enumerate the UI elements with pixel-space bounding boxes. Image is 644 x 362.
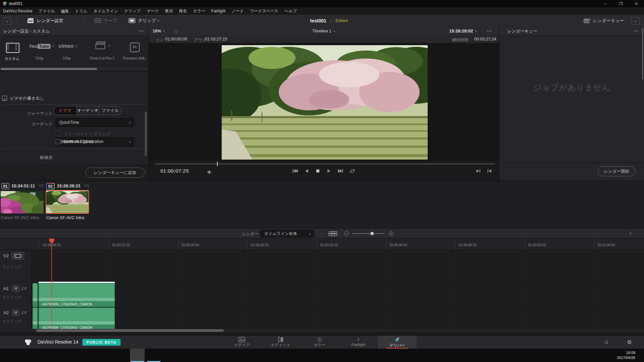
menu-fairlight[interactable]: Fairlight <box>208 8 229 15</box>
collapse-right-panel-button[interactable]: ∨ <box>631 17 640 25</box>
menu-workspace[interactable]: ワークスペース <box>247 8 281 15</box>
tab-file[interactable]: ファイル <box>99 106 121 115</box>
timeline-lanes[interactable] <box>32 250 644 332</box>
track-v2-name[interactable]: V2 <box>3 253 9 258</box>
queue-options-icon[interactable]: ••• <box>634 27 639 35</box>
collapse-panel-button[interactable]: ∨ <box>3 17 11 25</box>
zoom-out-button[interactable]: − <box>344 231 349 236</box>
start-render-button[interactable]: レンダー開始 <box>598 166 635 176</box>
timeline-selector[interactable]: Timeline 1 ∨ <box>149 27 499 35</box>
render-range-select[interactable]: タイムライン全体 ∨ <box>261 230 314 237</box>
settings-scrollbar-thumb[interactable] <box>145 112 147 156</box>
audio-clip-a2-sliver[interactable] <box>32 307 38 331</box>
preset-youtube[interactable]: You Tube ∨ <box>29 43 54 49</box>
track-a1-level: 2.0 <box>21 286 26 290</box>
format-select[interactable]: QuickTime ∨ <box>56 118 134 127</box>
page-tab-color[interactable]: カラー <box>300 336 339 349</box>
menu-edit[interactable]: 編集 <box>58 8 72 15</box>
goto-start-icon[interactable] <box>292 169 298 173</box>
page-tab-media[interactable]: メディア <box>222 336 261 349</box>
menu-color[interactable]: カラー <box>190 8 208 15</box>
current-timecode: 01:00:07:25 <box>160 168 189 174</box>
home-icon[interactable]: ⌂ <box>605 339 608 345</box>
add-to-render-queue-button[interactable]: レンダーキューに追加 <box>85 168 145 178</box>
taskbar-clock[interactable]: 16:08 2017/04/26 <box>602 350 635 360</box>
timeline-ruler[interactable]: 01:00:06:20 01:00:13:10 01:00:20:00 01:0… <box>0 239 644 250</box>
track-a1-mute-button[interactable]: M <box>12 285 19 292</box>
render-clips-strip: 01 15:34:51:11 V1 Canon XF-AVC Intra 02 … <box>0 181 644 228</box>
minimize-button[interactable]: ─ <box>598 0 613 7</box>
play-to-out-icon[interactable] <box>476 169 481 173</box>
clip1-thumbnail[interactable] <box>1 191 44 213</box>
play-icon[interactable] <box>327 169 331 173</box>
timeline-playhead-line[interactable] <box>51 243 52 332</box>
tab-video[interactable]: ビデオ <box>54 106 76 115</box>
page-tab-deliver[interactable]: デリバー <box>378 336 417 349</box>
panel-options-icon[interactable]: ••• <box>139 27 144 35</box>
goto-end-icon[interactable] <box>338 169 343 173</box>
zoom-slider-handle[interactable] <box>370 232 374 235</box>
settings-gear-icon[interactable]: ⚙ <box>627 339 632 345</box>
export-video-checkbox[interactable]: ✓ <box>2 96 7 101</box>
timeline-hscrollbar-track[interactable] <box>32 329 644 332</box>
track-v2-autoselect-button[interactable] <box>11 252 24 260</box>
zoom-in-button[interactable]: + <box>389 231 393 236</box>
fairlight-page-icon: ♪ <box>339 336 378 342</box>
stop-icon[interactable] <box>315 169 320 173</box>
audio-meters-icon[interactable]: ♪ <box>629 230 632 236</box>
timeline-hscrollbar-thumb[interactable] <box>36 329 224 332</box>
audio-clip-a1-sliver[interactable] <box>32 283 38 307</box>
queue-scrollbar-thumb[interactable] <box>642 28 643 80</box>
preset-fcp7[interactable]: ∨ <box>94 41 111 50</box>
menu-trim[interactable]: トリム <box>72 8 90 15</box>
render-settings-button[interactable]: レンダー設定 <box>27 15 63 26</box>
page-tab-fairlight[interactable]: ♪ Fairlight <box>339 336 378 349</box>
play-reverse-icon[interactable] <box>304 169 309 173</box>
master-timecode[interactable]: 15:28:28:02 ∨ <box>449 27 477 35</box>
preset-custom[interactable] <box>6 43 19 53</box>
page-tab-edit[interactable]: エディット <box>261 336 300 349</box>
menu-mark[interactable]: マーク <box>144 8 162 15</box>
maximize-button[interactable]: ❐ <box>613 0 629 7</box>
audio-clip-a1[interactable]: ▪ A0790009_170423HO_CANON <box>39 283 115 307</box>
tape-button[interactable]: テープ <box>94 15 117 26</box>
video-frame[interactable] <box>222 45 428 160</box>
menu-nodes[interactable]: ノード <box>228 8 247 15</box>
audio-clip-a1-name: A0790009_170423HO_CANON <box>43 302 92 306</box>
menu-view[interactable]: 表示 <box>162 8 176 15</box>
render-queue-toggle-button[interactable]: レンダーキュー <box>584 15 624 26</box>
timeline-view-icon[interactable] <box>329 231 337 236</box>
network-optimization-checkbox[interactable] <box>56 139 61 144</box>
menu-help[interactable]: ヘルプ <box>281 8 300 15</box>
viewer-scrubber[interactable] <box>155 164 495 164</box>
app-page-bar: DaVinci Resolve 14 PUBLIC BETA メディア エディッ… <box>0 335 644 349</box>
play-from-in-icon[interactable] <box>487 169 492 173</box>
viewer-options-icon[interactable]: ••• <box>487 27 492 35</box>
preset-scrollbar-thumb[interactable] <box>1 68 97 70</box>
preset-premiere-xml[interactable]: Pr <box>130 42 140 52</box>
out-label: アウト <box>194 37 206 43</box>
audio-mute-icon[interactable] <box>207 170 213 175</box>
edit-page-icon <box>278 337 284 342</box>
clip-view-button[interactable]: クリップ ∨ <box>129 15 160 26</box>
audio-clip-a2[interactable]: ▪ A0790009_170423HO_CANON <box>39 307 115 331</box>
menu-clip[interactable]: クリップ <box>121 8 143 15</box>
clip2-thumbnail[interactable] <box>46 190 89 214</box>
preset-scrollbar-track[interactable] <box>0 68 148 70</box>
viewer-playhead[interactable] <box>217 162 218 166</box>
close-button[interactable]: ✕ <box>629 0 644 7</box>
track-a2-name[interactable]: A2 <box>3 310 9 315</box>
menu-timeline[interactable]: タイムライン <box>90 8 121 15</box>
menu-davinci-resolve[interactable]: DaVinci Resolve <box>0 8 35 15</box>
network-optimization-label: Network Optimization <box>64 139 103 144</box>
track-a2-mute-button[interactable]: M <box>12 309 19 316</box>
menu-file[interactable]: ファイル <box>35 8 58 15</box>
preset-vimeo[interactable]: vimeo ∨ <box>58 43 78 49</box>
render-settings-panel: レンダー設定 - カスタム ••• カスタム You Tube ∨ 720p v… <box>0 27 148 181</box>
clock-date: 2017/04/26 <box>602 355 635 360</box>
menu-playback[interactable]: 再生 <box>176 8 190 15</box>
timeline-zoom-slider[interactable] <box>352 233 384 234</box>
loop-icon[interactable] <box>350 169 355 173</box>
tab-audio[interactable]: オーディオ <box>76 106 99 115</box>
track-a1-name[interactable]: A1 <box>3 286 9 291</box>
